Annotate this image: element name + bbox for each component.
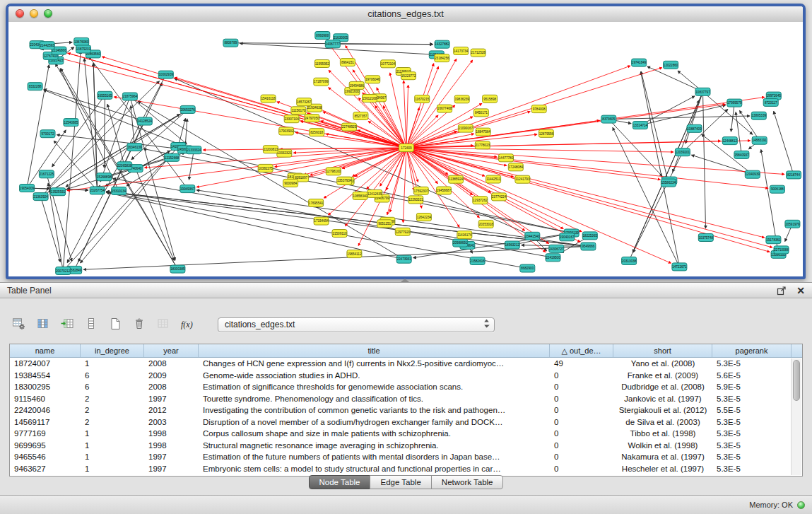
window-minimize-button[interactable] (30, 9, 38, 18)
network-node[interactable]: 8682900 (520, 264, 535, 272)
network-node[interactable]: 22748925 (342, 123, 357, 131)
network-node[interactable]: 21671225 (39, 170, 54, 178)
network-node[interactable]: 24306727 (549, 245, 564, 252)
table-mode-button[interactable] (10, 316, 28, 333)
network-node[interactable]: 23267754 (90, 187, 105, 194)
network-node[interactable]: 17154694 (314, 217, 329, 225)
function-builder-button[interactable]: f(x) (178, 316, 196, 333)
network-node[interactable]: 14067777 (325, 40, 340, 48)
network-node[interactable]: 17248084 (508, 163, 523, 171)
network-node[interactable]: 9051251 (377, 220, 392, 228)
network-node[interactable]: 17695541 (309, 199, 324, 207)
network-node[interactable]: 13676083 (74, 37, 89, 45)
network-node[interactable]: 23774224 (492, 193, 507, 201)
network-node[interactable]: 21509110 (332, 230, 347, 238)
network-node[interactable]: 10887409 (687, 124, 702, 132)
column-header-in_degree[interactable]: in_degree (81, 344, 144, 357)
network-node[interactable]: 14327882 (435, 40, 449, 48)
network-node[interactable]: 15223772 (401, 72, 416, 80)
tab-network-table[interactable]: Network Table (431, 475, 504, 489)
network-node[interactable]: 19706046 (365, 76, 380, 83)
network-node[interactable]: 18300385 (170, 265, 185, 273)
network-node[interactable]: 16677468 (437, 105, 452, 112)
network-node[interactable]: 8808789 (223, 39, 238, 47)
network-node[interactable]: 12039201 (675, 148, 690, 156)
network-node[interactable]: 8450171 (473, 109, 488, 117)
network-node[interactable]: 12152668 (165, 153, 180, 161)
network-node[interactable]: 16346139 (127, 144, 142, 151)
network-node[interactable]: 9549666 (581, 243, 596, 250)
network-node[interactable]: 19458687 (437, 187, 452, 194)
scrollbar-thumb[interactable] (793, 360, 800, 401)
network-node[interactable]: 12412439 (367, 189, 382, 197)
table-row[interactable]: 946362711997Embryonic stem cells: a mode… (10, 463, 802, 475)
network-node[interactable]: 11416174 (457, 231, 472, 239)
column-header-pagerank[interactable]: pagerank (712, 344, 792, 357)
network-node[interactable]: 8964231 (340, 59, 355, 66)
new-table-button[interactable] (106, 316, 124, 333)
table-row[interactable]: 1456911722003Disruption of a novel membe… (10, 416, 802, 428)
table-selector-dropdown[interactable]: citations_edges.txt (218, 317, 495, 332)
network-node[interactable]: 11442511 (486, 175, 501, 183)
network-node[interactable]: 23307104 (284, 115, 299, 123)
network-node[interactable]: 21363924 (33, 193, 48, 201)
network-node[interactable]: 21875964 (122, 93, 137, 100)
network-node[interactable]: 9000984 (283, 179, 298, 187)
network-node[interactable]: 23441540 (525, 232, 540, 240)
network-node[interactable]: 8527357 (353, 112, 368, 120)
table-row[interactable]: 977716911998Corpus callosum shape and si… (10, 428, 802, 440)
network-node[interactable]: 15268898 (97, 173, 112, 181)
network-node[interactable]: 14173734 (454, 47, 469, 55)
table-row[interactable]: 1830029562008Estimation of significance … (10, 381, 802, 393)
network-node[interactable]: 19654112 (347, 250, 362, 258)
network-canvas[interactable]: 2204344311821423127674102224686621442593… (8, 22, 803, 276)
network-node[interactable]: 11670215 (415, 95, 430, 103)
network-node[interactable]: 13879231 (76, 45, 91, 53)
network-node[interactable]: 14883191 (752, 136, 767, 144)
create-column-button[interactable] (58, 316, 76, 333)
network-node[interactable]: 14128524 (137, 117, 152, 125)
network-node[interactable]: 20988691 (453, 239, 468, 247)
network-node[interactable]: 19494686 (349, 81, 364, 89)
network-node[interactable]: 11241793 (515, 175, 530, 183)
network-node[interactable]: 17287099 (314, 78, 329, 86)
column-header-out_degree[interactable]: △ out_de… (550, 344, 613, 357)
network-node[interactable]: 18225365 (582, 232, 597, 240)
window-titlebar[interactable]: citations_edges.txt (8, 6, 803, 23)
window-zoom-button[interactable] (44, 9, 52, 18)
column-header-short[interactable]: short (613, 344, 712, 357)
network-node[interactable]: 22419500 (546, 254, 560, 262)
network-node[interactable]: 12879556 (539, 129, 553, 137)
network-node[interactable]: 12040939 (745, 170, 760, 178)
network-node[interactable]: 19178361 (766, 236, 781, 244)
network-node[interactable]: 20653276 (180, 105, 195, 113)
network-node[interactable]: 19054009 (20, 185, 35, 192)
network-node[interactable]: 16573267 (297, 98, 312, 106)
network-node[interactable]: 14722671 (672, 263, 687, 271)
network-node[interactable]: 12798100 (326, 168, 341, 175)
network-node[interactable]: 21778023 (475, 141, 490, 149)
network-node[interactable]: 15416118 (261, 95, 276, 103)
network-node[interactable]: 8723117 (763, 98, 778, 106)
network-node[interactable]: 13332321 (277, 149, 292, 157)
show-columns-button[interactable] (34, 316, 52, 333)
network-node[interactable]: 11156170 (291, 107, 306, 115)
network-node[interactable]: 172409 (399, 144, 414, 152)
window-close-button[interactable] (16, 9, 24, 18)
network-node[interactable]: 13314714 (632, 122, 647, 129)
tab-node-table[interactable]: Node Table (309, 475, 371, 489)
network-node[interactable]: 10375748 (698, 234, 713, 242)
network-node[interactable]: 21333324 (187, 146, 201, 154)
network-node[interactable]: 12977920 (395, 228, 410, 235)
memory-indicator-icon[interactable] (797, 501, 805, 509)
table-row[interactable]: 2242004622012Investigating the contribut… (10, 404, 802, 416)
network-node[interactable]: 12642234 (416, 214, 431, 221)
table-row[interactable]: 911546021997Tourette syndrome. Phenomeno… (10, 393, 802, 405)
network-node[interactable]: 8993988 (315, 32, 330, 40)
network-node[interactable]: 20591979 (785, 220, 800, 228)
network-node[interactable]: 10837797 (695, 88, 710, 95)
network-node[interactable]: 9784008 (531, 105, 546, 113)
network-node[interactable]: 8256018 (310, 129, 324, 136)
network-node[interactable]: 22065838 (117, 162, 132, 170)
network-node[interactable]: 13537934 (337, 177, 352, 185)
